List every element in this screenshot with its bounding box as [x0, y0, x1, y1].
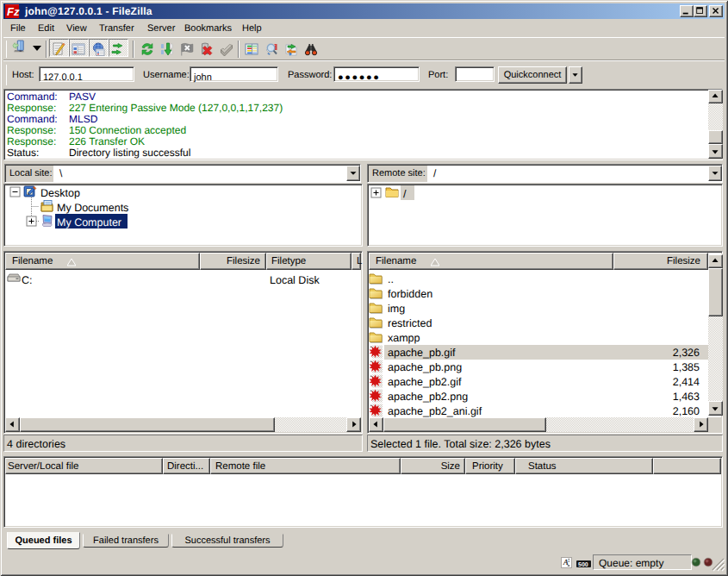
svg-text:Fz: Fz — [7, 5, 20, 18]
svg-text:500: 500 — [578, 562, 588, 568]
